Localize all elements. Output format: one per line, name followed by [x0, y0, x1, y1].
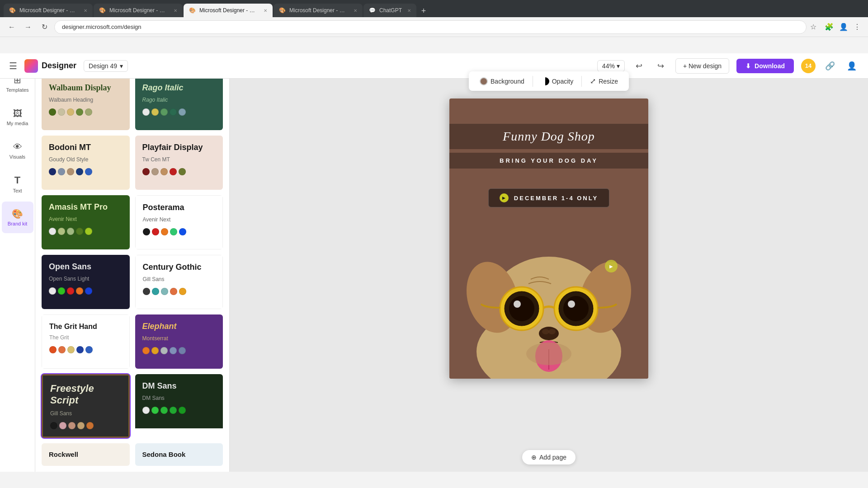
template-card-amasis[interactable]: Amasis MT Pro Avenir Next [41, 194, 131, 250]
freestyle-font-main: Freestyle Script [50, 383, 121, 407]
add-page-button[interactable]: ⊕ Add page [522, 450, 576, 465]
template-card-playfair[interactable]: Playfair Display Tw Cen MT [134, 135, 224, 191]
tab-2-favicon: 🎨 [99, 7, 106, 14]
opensans-dot-5 [85, 287, 92, 295]
tab-5[interactable]: 💬 ChatGPT ✕ [363, 4, 416, 17]
centurygothic-dot-3 [161, 288, 168, 295]
tab-3-label: Microsoft Designer - Stunning [199, 7, 258, 14]
template-card-sedona[interactable]: Sedona Book [134, 442, 224, 467]
rago-dot-1 [142, 108, 150, 116]
svg-point-14 [542, 329, 549, 334]
template-card-rockwell[interactable]: Rockwell [41, 442, 131, 467]
grit-dot-5 [85, 346, 93, 353]
amasis-dot-5 [85, 228, 92, 235]
template-card-dmsans[interactable]: DM Sans DM Sans [134, 373, 224, 439]
coins-badge: 14 [801, 59, 816, 73]
tab-4[interactable]: 🎨 Microsoft Designer - Stunning ✕ [274, 4, 363, 17]
rago-dot-4 [170, 108, 177, 116]
toolbar-background[interactable]: Background [474, 75, 530, 88]
toolbar-resize[interactable]: ⤢ Resize [585, 74, 623, 88]
template-card-walbaum[interactable]: Walbaum Display Walbaum Heading [41, 75, 131, 131]
posterama-dot-1 [143, 228, 150, 235]
canvas-date-bar[interactable]: ▶ DECEMBER 1-4 ONLY [488, 188, 609, 207]
canvas-area: Background Opacity ⤢ Resize Funny Dog Sh… [230, 62, 868, 472]
walbaum-dot-2 [58, 108, 65, 116]
refresh-button[interactable]: ↻ [38, 21, 51, 33]
new-tab-button[interactable]: + [417, 5, 430, 17]
download-button[interactable]: ⬇ Download [736, 59, 794, 73]
extension-icon[interactable]: 🧩 [825, 23, 834, 32]
template-card-freestyle[interactable]: Freestyle Script Gill Sans [41, 373, 131, 439]
tab-3[interactable]: 🎨 Microsoft Designer - Stunning ✕ [184, 4, 273, 17]
design-title-control[interactable]: Design 49 ▾ [84, 60, 128, 72]
text-icon: T [14, 174, 20, 186]
design-title-text: Design 49 [89, 62, 117, 70]
template-card-posterama[interactable]: Posterama Avenir Next [134, 194, 224, 250]
more-icon[interactable]: ⋮ [854, 23, 863, 32]
design-canvas[interactable]: Funny Dog Shop BRING YOUR DOG DAY ▶ DECE… [449, 99, 648, 379]
elephant-font-sub: Montserrat [142, 335, 216, 342]
opensans-dot-2 [58, 287, 65, 295]
tab-4-close[interactable]: ✕ [354, 8, 357, 13]
posterama-dot-5 [179, 228, 186, 235]
tab-1-close[interactable]: ✕ [84, 8, 87, 13]
amasis-font-main: Amasis MT Pro [49, 202, 123, 212]
undo-button[interactable]: ↩ [632, 59, 646, 73]
forward-button[interactable]: → [22, 21, 34, 33]
sidebar-item-visuals[interactable]: 👁 Visuals [2, 135, 33, 166]
float-toolbar: Background Opacity ⤢ Resize [469, 71, 629, 91]
sidebar-item-my-media[interactable]: 🖼 My media [2, 101, 33, 133]
canvas-title-bar: Funny Dog Shop [449, 124, 648, 149]
zoom-control[interactable]: 44% ▾ [597, 60, 625, 72]
canvas-top-area [449, 99, 648, 124]
svg-point-13 [539, 327, 559, 340]
hamburger-menu[interactable]: ☰ [9, 61, 17, 71]
sidebar-item-brand-kit[interactable]: 🎨 Brand kit [2, 202, 33, 233]
design-title-chevron: ▾ [120, 62, 123, 70]
bookmark-icon[interactable]: ☆ [810, 23, 819, 32]
new-design-button[interactable]: + New design [675, 58, 729, 74]
background-color-circle [480, 77, 488, 85]
account-icon[interactable]: 👤 [844, 59, 859, 73]
elephant-dot-5 [179, 347, 186, 354]
add-page-label: Add page [539, 454, 566, 461]
tab-1[interactable]: 🎨 Microsoft Designer - Stunning ✕ [4, 4, 93, 17]
template-card-rago[interactable]: Rago Italic Rago Italic [134, 75, 224, 131]
toolbar-divider-1 [533, 76, 533, 87]
tab-5-label: ChatGPT [379, 7, 402, 14]
centurygothic-font-sub: Gill Sans [143, 276, 216, 282]
template-card-elephant[interactable]: Elephant Montserrat [134, 314, 224, 370]
bodoni-dot-3 [67, 168, 74, 175]
tab-5-favicon: 💬 [369, 7, 376, 14]
tab-3-favicon: 🎨 [189, 7, 196, 14]
download-label: Download [755, 62, 785, 70]
tab-5-close[interactable]: ✕ [407, 8, 411, 13]
template-card-centurygothic[interactable]: Century Gothic Gill Sans [134, 254, 224, 310]
amasis-dot-2 [58, 228, 65, 235]
template-card-bodoni[interactable]: Bodoni MT Goudy Old Style [41, 135, 131, 191]
tab-3-close[interactable]: ✕ [264, 8, 267, 13]
profile-icon[interactable]: 👤 [839, 23, 848, 32]
logo-text: Designer [42, 61, 76, 70]
template-card-grit[interactable]: The Grit Hand The Grit [41, 314, 131, 370]
toolbar-opacity[interactable]: Opacity [536, 75, 579, 88]
opensans-font-sub: Open Sans Light [49, 276, 123, 282]
template-card-opensans[interactable]: Open Sans Open Sans Light [41, 254, 131, 310]
address-field[interactable]: designer.microsoft.com/design [54, 20, 807, 34]
dmsans-dot-1 [142, 407, 150, 414]
my-media-icon: 🖼 [13, 108, 22, 119]
share-icon[interactable]: 🔗 [823, 59, 837, 73]
text-label: Text [13, 188, 22, 193]
toolbar-divider-2 [581, 76, 582, 87]
elephant-dot-4 [170, 347, 177, 354]
sidebar-item-text[interactable]: T Text [2, 168, 33, 200]
back-button[interactable]: ← [5, 21, 18, 33]
tab-1-label: Microsoft Designer - Stunning [19, 7, 78, 14]
browser-actions: ☆ 🧩 👤 ⋮ [810, 23, 863, 32]
tab-2[interactable]: 🎨 Microsoft Designer - Stunning ✕ [94, 4, 183, 17]
redo-button[interactable]: ↪ [654, 59, 668, 73]
tab-2-close[interactable]: ✕ [174, 8, 177, 13]
dmsans-font-sub: DM Sans [142, 395, 216, 401]
download-icon: ⬇ [745, 62, 751, 70]
dmsans-dot-3 [160, 407, 168, 414]
